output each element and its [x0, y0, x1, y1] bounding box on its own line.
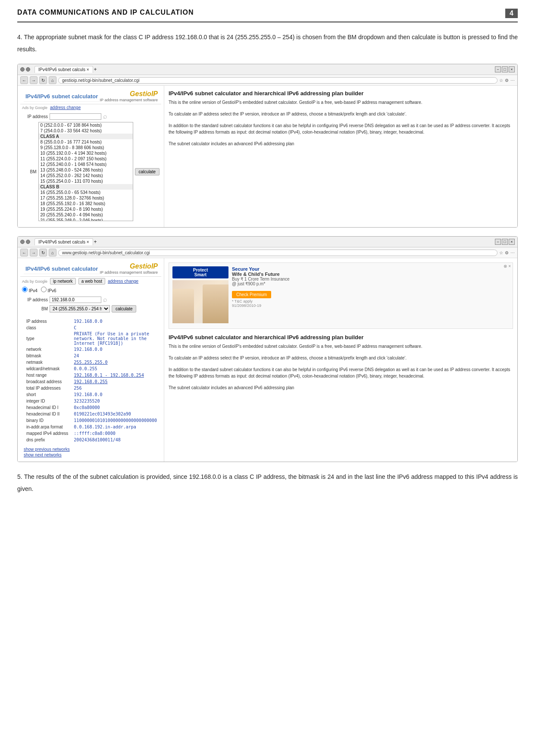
calculate-btn-2[interactable]: calculate	[112, 305, 136, 312]
url-bar-2[interactable]: www.gestioip.net/cgi-bin/subnet_calculat…	[58, 250, 497, 256]
web-host-btn[interactable]: a web host	[78, 278, 105, 284]
new-tab-btn-2[interactable]: +	[94, 239, 97, 245]
ad-note: * T&C apply	[232, 299, 290, 303]
dropdown-item[interactable]: 19 (255.255.224.0 - 8 190 hosts)	[39, 206, 133, 212]
dropdown-item[interactable]: 7 (254.0.0.0 - 33 564 432 hosts)	[39, 128, 133, 134]
dropdown-item[interactable]: 13 (255.248.0.0 - 524 286 hosts)	[39, 167, 133, 173]
dropdown-item[interactable]: 0 (252.0.0.0 - 67 108 864 hosts)	[39, 122, 133, 128]
calculate-btn-1[interactable]: calculate	[135, 168, 160, 175]
result-label: broadcast address	[25, 379, 73, 384]
settings-icon-2[interactable]: ⚙	[505, 250, 509, 255]
bookmark-icon-1[interactable]: ☆	[499, 78, 503, 83]
ip-address-label-1: IP address	[22, 114, 48, 119]
dropdown-item[interactable]: 20 (255.255.240.0 - 4 094 hosts)	[39, 212, 133, 218]
minimize-btn-2[interactable]: −	[495, 239, 501, 245]
result-value: 0xc0a80000	[74, 405, 157, 410]
results-table: IP address192.168.0.0classCtypePRIVATE (…	[24, 318, 158, 444]
ad-box: ⊗ × Protect Smart Secure Your	[169, 262, 513, 329]
dropdown-item[interactable]: 10 (255.192.0.0 - 4 194 302 hosts)	[39, 150, 133, 156]
home-btn-1[interactable]: ⌂	[49, 76, 56, 84]
result-value[interactable]: 255.255.255.0	[74, 359, 157, 365]
refresh-btn-1[interactable]: ↻	[39, 76, 47, 84]
protect-badge: Protect Smart	[172, 266, 228, 278]
ip-address-input-2[interactable]	[50, 297, 101, 303]
ad-title: Secure Your	[232, 266, 290, 272]
result-label: bitmask	[25, 353, 73, 359]
right-title-1: IPv4/IPv6 subnet calculator and hierarch…	[169, 90, 513, 97]
page-header: DATA COMMUNICATIONS AND IP CALCULATION 4	[17, 9, 518, 22]
right-text2-2: To calculate an IP address select the IP…	[169, 355, 513, 361]
ip-version-row: IPv4 IPv6	[20, 286, 161, 294]
dropdown-item[interactable]: 17 (255.255.128.0 - 32766 hosts)	[39, 195, 133, 201]
dropdown-item[interactable]: 16 (255.255.0.0 - 65 534 hosts)	[39, 190, 133, 195]
result-value: 0.0.168.192.in-addr.arpa	[74, 424, 157, 430]
new-tab-btn-1[interactable]: +	[94, 66, 97, 72]
result-label: wildcard/netmask	[25, 366, 73, 372]
table-row: in-addr.arpa format0.0.168.192.in-addr.a…	[25, 424, 157, 430]
result-value: 0190221ec013493e302a90	[74, 411, 157, 417]
result-label: type	[25, 331, 73, 346]
bookmark-icon-2[interactable]: ☆	[499, 250, 503, 255]
dropdown-item[interactable]: 18 (255.255.192.0 - 16 382 hosts)	[39, 201, 133, 206]
menu-icon-1[interactable]: ⋯	[510, 78, 515, 83]
dropdown-item[interactable]: 9 (255.128.0.0 - 8 388 606 hosts)	[39, 145, 133, 150]
show-next-link[interactable]: show next networks	[24, 453, 158, 457]
minimize-btn-1[interactable]: −	[495, 66, 501, 72]
browser-tabs-1[interactable]: IPv4/IPv6 subnet calculs × +	[34, 66, 97, 73]
ip-network-btn[interactable]: ip network	[50, 278, 76, 284]
result-label: IP address	[25, 319, 73, 324]
page-title: DATA COMMUNICATIONS AND IP CALCULATION	[17, 9, 194, 16]
menu-icon-2[interactable]: ⋯	[510, 250, 515, 255]
bm-select-2[interactable]: 24 (255.255.255.0 - 254 hosts)	[50, 305, 110, 312]
maximize-btn-1[interactable]: □	[502, 66, 508, 72]
active-tab-1[interactable]: IPv4/IPv6 subnet calculs ×	[34, 66, 93, 73]
forward-btn-2[interactable]: →	[30, 249, 38, 256]
ipv4-radio[interactable]	[22, 287, 28, 292]
dropdown-item[interactable]: 12 (255.240.0.0 - 1 048 574 hosts)	[39, 162, 133, 167]
dropdown-item[interactable]: 15 (255.254.0.0 - 131 070 hosts)	[39, 178, 133, 184]
calc-title-2: IPv4/IPv6 subnet calculator	[24, 266, 100, 272]
result-value[interactable]: 192.168.0.255	[74, 379, 157, 384]
table-row: network192.168.0.0	[25, 347, 157, 352]
active-tab-2[interactable]: IPv4/IPv6 subnet calculs ×	[34, 238, 93, 245]
dropdown-item[interactable]: 8 (255.0.0.0 - 16 777 214 hosts)	[39, 139, 133, 145]
address-change-link-1[interactable]: address change	[50, 105, 81, 110]
table-row: typePRIVATE (For Use in a private networ…	[25, 331, 157, 346]
result-value[interactable]: 192.168.0.1 - 192.168.0.254	[74, 372, 157, 378]
forward-btn-1[interactable]: →	[30, 76, 38, 84]
settings-icon-1[interactable]: ⚙	[505, 78, 509, 83]
result-label: hexadecimal ID I	[25, 405, 73, 410]
address-change-link-2[interactable]: address change	[108, 279, 138, 284]
ipv6-radio[interactable]	[41, 287, 47, 292]
browser-tabs-2[interactable]: IPv4/IPv6 subnet calculs × +	[34, 238, 97, 245]
check-premium-btn[interactable]: Check Premium	[232, 291, 271, 298]
ad-close-btn[interactable]: ⊗ ×	[504, 264, 511, 269]
scan-icon-1[interactable]: ⌕	[103, 112, 107, 120]
refresh-btn-2[interactable]: ↻	[39, 249, 47, 256]
dropdown-item[interactable]: 11 (255.224.0.0 - 2 097 150 hosts)	[39, 156, 133, 162]
scan-icon-2[interactable]: ⌕	[103, 296, 107, 303]
close-btn-1[interactable]: ×	[509, 66, 515, 72]
maximize-btn-2[interactable]: □	[502, 239, 508, 245]
table-row: wildcard/netmask0.0.0.255	[25, 366, 157, 372]
result-value: PRIVATE (For Use in a private network. N…	[74, 331, 157, 346]
back-btn-2[interactable]: ←	[20, 249, 28, 256]
browser-chrome-1: IPv4/IPv6 subnet calculs × + − □ ×	[18, 64, 517, 75]
home-btn-2[interactable]: ⌂	[49, 249, 56, 256]
ad-text-area: Secure Your Wife & Child's Future Buy ₹ …	[232, 266, 290, 325]
right-text2-1: To calculate an IP address select the IP…	[169, 111, 513, 117]
dot-4	[26, 240, 30, 244]
dropdown-item[interactable]: 14 (255.252.0.0 - 262 142 hosts)	[39, 173, 133, 178]
url-bar-1[interactable]: gestioip.net/cgi-bin/subnet_calculator.c…	[58, 77, 497, 84]
close-btn-2[interactable]: ×	[509, 239, 515, 245]
ip-address-input-1[interactable]	[50, 113, 101, 120]
ip-address-row-1: IP address ⌕	[22, 112, 160, 120]
bm-dropdown-1[interactable]: 0 (252.0.0.0 - 67 108 864 hosts)7 (254.0…	[38, 122, 133, 221]
show-previous-link[interactable]: show previous networks	[24, 447, 158, 452]
ipv6-radio-label[interactable]: IPv6	[41, 287, 56, 293]
back-btn-1[interactable]: ←	[20, 76, 28, 84]
dropdown-item[interactable]: 21 (255.255.248.0 - 2 046 hosts)	[39, 218, 133, 221]
ipv4-radio-label[interactable]: IPv4	[22, 287, 38, 293]
result-label: integer ID	[25, 398, 73, 404]
table-row: classC	[25, 325, 157, 331]
